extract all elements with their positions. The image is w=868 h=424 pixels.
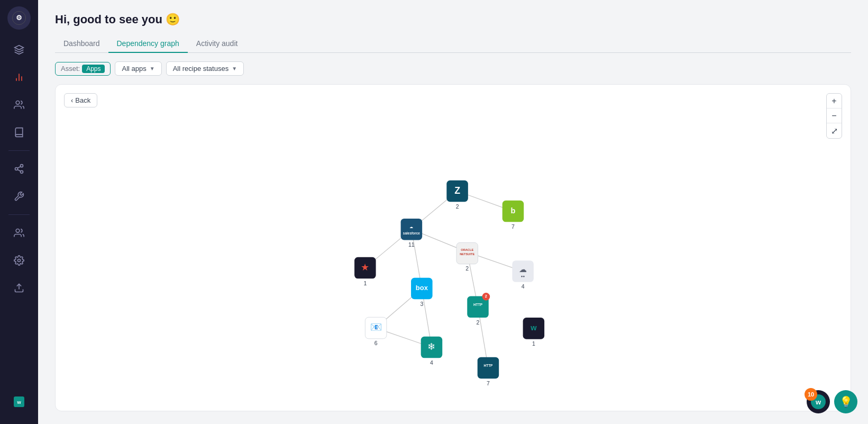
top-bar: Hi, good to see you 🙂 Dashboard Dependen… — [38, 0, 868, 53]
apps-dropdown-arrow: ▼ — [150, 66, 155, 71]
sidebar-item-export[interactable] — [7, 276, 31, 300]
node-zendesk[interactable]: Z 2 — [446, 181, 468, 210]
notification-count: 10 — [808, 391, 814, 398]
svg-point-6 — [16, 101, 20, 105]
svg-text:7: 7 — [511, 223, 515, 230]
svg-text:❄: ❄ — [427, 341, 435, 352]
graph-container: ‹ Back + − ⤢ — [55, 84, 851, 411]
svg-text:2: 2 — [465, 265, 469, 272]
sidebar-item-tools[interactable] — [7, 185, 31, 208]
node-box[interactable]: box 3 — [411, 278, 433, 307]
svg-text:3: 3 — [420, 301, 423, 307]
node-salesforce[interactable]: ☁ salesforce 11 — [401, 219, 423, 248]
svg-text:b: b — [511, 206, 516, 215]
svg-text:NETSUITE: NETSUITE — [460, 252, 474, 256]
svg-text:4: 4 — [522, 283, 525, 290]
bottom-right-area: 10 w 💡 — [807, 390, 857, 413]
zoom-fit-button[interactable]: ⤢ — [827, 123, 842, 138]
back-arrow-icon: ‹ — [71, 96, 73, 104]
apps-dropdown-label: All apps — [122, 65, 146, 73]
help-button[interactable]: 💡 — [834, 390, 857, 413]
node-http2[interactable]: 2 HTTP 2 — [467, 293, 490, 326]
apps-dropdown[interactable]: All apps ▼ — [115, 61, 161, 76]
svg-point-9 — [21, 170, 23, 173]
zoom-controls: + − ⤢ — [826, 93, 842, 139]
svg-text:2: 2 — [456, 203, 459, 210]
svg-point-13 — [18, 259, 21, 262]
workato-account-btn[interactable]: 10 w — [807, 390, 830, 413]
sidebar-item-share[interactable] — [7, 157, 31, 181]
node-workato[interactable]: w 1 — [523, 318, 545, 347]
svg-point-8 — [15, 168, 18, 170]
tab-bar: Dashboard Dependency graph Activity audi… — [55, 35, 851, 53]
svg-text:●●: ●● — [521, 274, 525, 278]
svg-text:1: 1 — [532, 340, 535, 347]
tab-activity-audit[interactable]: Activity audit — [188, 35, 246, 53]
asset-value: Apps — [82, 65, 105, 73]
sidebar-item-book[interactable] — [7, 121, 31, 144]
svg-text:2: 2 — [485, 294, 487, 299]
svg-text:HTTP: HTTP — [473, 303, 483, 306]
app-logo[interactable]: ⚙ — [7, 6, 31, 30]
svg-text:2: 2 — [477, 319, 480, 326]
sidebar: ⚙ w — [0, 0, 38, 424]
svg-text:w: w — [16, 400, 21, 405]
svg-text:w: w — [530, 323, 537, 332]
notification-badge: 10 — [805, 388, 817, 401]
dependency-graph-svg: Z 2 b 7 ☁ salesforce 11 ORACLE NETSUITE — [56, 85, 851, 411]
sidebar-item-users[interactable] — [7, 93, 31, 116]
sidebar-item-analytics[interactable] — [7, 66, 31, 89]
tab-dependency-graph[interactable]: Dependency graph — [108, 35, 188, 53]
main-content: Hi, good to see you 🙂 Dashboard Dependen… — [38, 0, 868, 424]
svg-point-7 — [21, 165, 23, 167]
node-gmail[interactable]: 📧 6 — [365, 317, 387, 346]
svg-rect-66 — [478, 357, 499, 379]
sidebar-item-team[interactable] — [7, 221, 31, 245]
svg-text:salesforce: salesforce — [403, 231, 420, 235]
svg-text:w: w — [815, 398, 821, 406]
svg-rect-34 — [401, 219, 423, 240]
svg-text:ORACLE: ORACLE — [461, 248, 473, 251]
sidebar-divider-1 — [8, 150, 30, 151]
node-snowflake[interactable]: ❄ 4 — [421, 337, 443, 366]
svg-line-11 — [17, 166, 21, 168]
svg-text:1: 1 — [363, 280, 367, 286]
graph-edges — [365, 191, 523, 368]
sidebar-divider-2 — [8, 214, 30, 215]
svg-text:☁: ☁ — [409, 224, 413, 229]
zoom-out-button[interactable]: − — [827, 109, 842, 123]
status-dropdown-arrow: ▼ — [232, 66, 237, 71]
svg-text:4: 4 — [430, 359, 433, 366]
controls-bar: Asset: Apps All apps ▼ All recipe status… — [38, 53, 868, 84]
status-dropdown-label: All recipe statuses — [173, 65, 229, 73]
svg-point-12 — [16, 229, 20, 233]
svg-marker-2 — [15, 46, 24, 50]
node-http7[interactable]: HTTP 7 — [478, 357, 499, 386]
svg-text:☁: ☁ — [519, 265, 527, 274]
svg-text:HTTP: HTTP — [484, 364, 494, 367]
asset-filter[interactable]: Asset: Apps — [55, 62, 111, 76]
node-branchio[interactable]: b 7 — [502, 201, 524, 230]
back-button[interactable]: ‹ Back — [64, 93, 97, 107]
svg-text:7: 7 — [487, 380, 490, 386]
svg-text:box: box — [416, 284, 428, 292]
node-netsuite[interactable]: ORACLE NETSUITE 2 — [456, 242, 478, 272]
asset-label: Asset: — [61, 65, 80, 73]
zoom-in-button[interactable]: + — [827, 94, 842, 109]
node-unknown1[interactable]: ★ 1 — [354, 257, 376, 286]
sidebar-item-workato[interactable]: w — [7, 390, 31, 413]
svg-text:6: 6 — [374, 340, 378, 346]
svg-text:Z: Z — [454, 185, 460, 196]
back-label: Back — [75, 96, 90, 104]
sidebar-item-layers[interactable] — [7, 38, 31, 61]
greeting-text: Hi, good to see you 🙂 — [55, 13, 851, 26]
svg-text:📧: 📧 — [370, 321, 382, 333]
svg-text:11: 11 — [408, 241, 415, 248]
tab-dashboard[interactable]: Dashboard — [55, 35, 108, 53]
svg-text:★: ★ — [361, 262, 369, 273]
svg-text:⚙: ⚙ — [16, 14, 22, 22]
sidebar-item-settings[interactable] — [7, 249, 31, 272]
node-cloudapp[interactable]: ☁ ●● 4 — [512, 260, 534, 290]
svg-line-10 — [17, 169, 21, 171]
status-dropdown[interactable]: All recipe statuses ▼ — [166, 61, 244, 76]
